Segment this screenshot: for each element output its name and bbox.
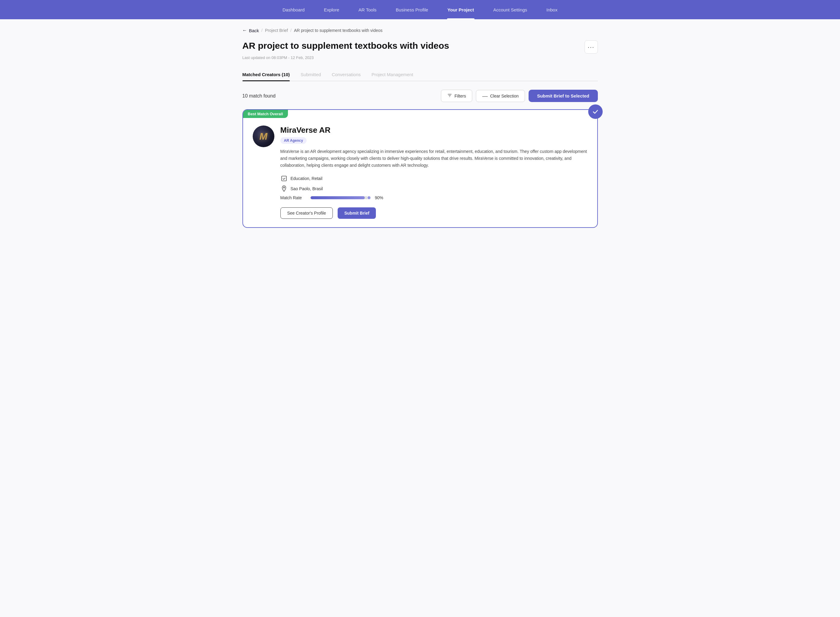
match-rate-row: Match Rate 90% [280, 195, 588, 200]
nav-item-business-profile[interactable]: Business Profile [386, 0, 438, 19]
toolbar-actions: Filters — Clear Selection Submit Brief t… [441, 90, 597, 102]
location-row: Sao Paolo, Brasil [280, 185, 588, 192]
breadcrumb: ← Back / Project Brief / AR project to s… [243, 28, 598, 33]
submit-brief-selected-button[interactable]: Submit Brief to Selected [529, 90, 597, 102]
match-rate-label: Match Rate [280, 195, 306, 200]
svg-point-1 [283, 187, 285, 188]
page-header: AR project to supplement textbooks with … [243, 40, 598, 53]
match-rate-thumb [367, 196, 371, 199]
submit-brief-button[interactable]: Submit Brief [338, 207, 376, 219]
avatar: M [253, 125, 274, 147]
tab-conversations[interactable]: Conversations [332, 68, 361, 81]
creator-card: Best Match Overall M MiraVerse AR AR Age… [243, 109, 598, 228]
creator-description: MiraVerse is an AR development agency sp… [280, 148, 588, 169]
nav-item-dashboard[interactable]: Dashboard [273, 0, 314, 19]
nav-item-ar-tools[interactable]: AR Tools [349, 0, 386, 19]
filters-button[interactable]: Filters [441, 90, 472, 102]
last-updated-text: Last updated on 08:03PM - 12 Feb, 2023 [243, 55, 598, 60]
page-title: AR project to supplement textbooks with … [243, 40, 450, 51]
back-arrow-icon: ← [243, 28, 247, 33]
specialties-text: Education, Retail [291, 176, 322, 181]
best-match-badge: Best Match Overall [243, 110, 288, 118]
clear-selection-label: Clear Selection [490, 94, 519, 99]
breadcrumb-parent[interactable]: Project Brief [265, 28, 288, 33]
see-profile-button[interactable]: See Creator's Profile [280, 207, 333, 219]
match-rate-percentage: 90% [375, 195, 383, 200]
match-count: 10 match found [243, 93, 276, 99]
specialties-icon [280, 175, 288, 182]
location-text: Sao Paolo, Brasil [291, 186, 323, 191]
tab-project-management[interactable]: Project Management [371, 68, 413, 81]
main-content: ← Back / Project Brief / AR project to s… [231, 19, 610, 242]
match-rate-bar [311, 196, 371, 199]
avatar-letter: M [259, 131, 268, 142]
breadcrumb-separator-2: / [290, 28, 291, 33]
tab-submitted[interactable]: Submitted [300, 68, 321, 81]
card-top: M MiraVerse AR AR Agency MiraVerse is an… [253, 125, 588, 219]
creator-name: MiraVerse AR [280, 125, 588, 135]
nav-item-your-project[interactable]: Your Project [438, 0, 484, 19]
back-label: Back [249, 28, 259, 33]
breadcrumb-separator: / [262, 28, 263, 33]
creator-type-badge: AR Agency [280, 137, 307, 144]
back-button[interactable]: ← Back [243, 28, 259, 33]
minus-icon: — [482, 93, 488, 99]
filter-icon [447, 93, 452, 99]
tab-matched-creators[interactable]: Matched Creators (10) [243, 68, 290, 81]
clear-selection-button[interactable]: — Clear Selection [476, 90, 525, 102]
nav-item-inbox[interactable]: Inbox [537, 0, 567, 19]
filters-label: Filters [454, 94, 466, 99]
breadcrumb-current: AR project to supplement textbooks with … [294, 28, 383, 33]
match-rate-fill [311, 196, 365, 199]
more-options-button[interactable]: ··· [584, 40, 598, 53]
tabs-bar: Matched Creators (10) Submitted Conversa… [243, 68, 598, 81]
card-actions: See Creator's Profile Submit Brief [280, 207, 588, 219]
selected-checkmark [588, 105, 603, 119]
nav-item-account-settings[interactable]: Account Settings [484, 0, 537, 19]
main-nav: Dashboard Explore AR Tools Business Prof… [0, 0, 840, 19]
card-info: MiraVerse AR AR Agency MiraVerse is an A… [280, 125, 588, 219]
nav-item-explore[interactable]: Explore [314, 0, 349, 19]
specialties-row: Education, Retail [280, 175, 588, 182]
location-icon [280, 185, 288, 192]
toolbar: 10 match found Filters — Clear Selection… [243, 90, 598, 102]
svg-rect-0 [282, 176, 287, 181]
